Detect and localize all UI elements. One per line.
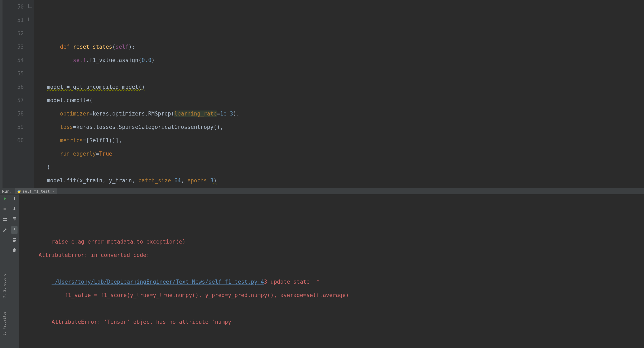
code-line[interactable]: model = get_uncompiled_model() [34, 80, 644, 94]
code-line[interactable]: run_eagerly=True [34, 147, 644, 160]
svg-rect-3 [3, 220, 7, 221]
scroll-to-end-icon[interactable] [11, 226, 18, 234]
svg-rect-0 [4, 208, 6, 210]
line-number-gutter[interactable]: 5051525354555657585960 [2, 0, 34, 188]
code-line[interactable]: self.f1_value.assign(0.0) [34, 54, 644, 67]
down-icon[interactable] [12, 206, 17, 212]
code-line[interactable]: metrics=[SelfF1()], [34, 134, 644, 147]
code-line[interactable]: model.fit(x_train, y_train, batch_size=6… [34, 174, 644, 187]
run-action-bar-2 [10, 194, 19, 348]
print-icon[interactable] [12, 237, 17, 244]
left-tool-strip [0, 0, 2, 188]
code-line[interactable]: optimizer=keras.optimizers.RMSprop(learn… [34, 107, 644, 120]
run-body: raise e.ag_error_metadata.to_exception(e… [0, 194, 644, 348]
code-line[interactable]: loss=keras.losses.SparseCategoricalCross… [34, 120, 644, 134]
pin-icon[interactable] [2, 227, 7, 234]
structure-tool-tab[interactable]: 7: Structure [2, 274, 6, 298]
code-line[interactable]: def reset_states(self): [34, 40, 644, 54]
trash-icon[interactable] [12, 247, 17, 254]
fold-end-icon[interactable] [28, 18, 32, 21]
python-icon [17, 189, 21, 193]
console-line [26, 302, 642, 315]
run-tool-window: Run: self_f1_test × [0, 188, 644, 348]
stop-icon[interactable] [2, 207, 7, 213]
console-line: AttributeError: in converted code: [26, 248, 642, 262]
fold-lane [26, 0, 34, 188]
rerun-icon[interactable] [2, 196, 7, 202]
run-tab[interactable]: self_f1_test × [15, 188, 57, 194]
svg-rect-2 [5, 218, 7, 219]
code-line[interactable] [34, 67, 644, 80]
code-editor[interactable]: def reset_states(self): self.f1_value.as… [34, 0, 644, 188]
run-header: Run: self_f1_test × [0, 188, 644, 194]
run-tab-label: self_f1_test [22, 189, 50, 193]
close-icon[interactable]: × [52, 189, 55, 193]
layout-icon[interactable] [2, 217, 7, 223]
console-line: /Users/tony/Lab/DeepLearningEngineer/Tex… [26, 275, 642, 288]
favorites-tool-tab[interactable]: 2: Favorites [2, 311, 6, 335]
left-tool-tabs: 7: Structure 2: Favorites [0, 260, 3, 348]
console-line [26, 342, 642, 348]
code-line[interactable]: ) [34, 160, 644, 174]
console-line [26, 262, 642, 275]
console-line: f1_value = f1_score(y_true=y_true.numpy(… [26, 288, 642, 302]
fold-end-icon[interactable] [28, 4, 32, 8]
console-output[interactable]: raise e.ag_error_metadata.to_exception(e… [19, 194, 644, 348]
console-line: AttributeError: 'Tensor' object has no a… [26, 315, 642, 328]
svg-rect-1 [3, 218, 4, 219]
editor-pane: 5051525354555657585960 def reset_states(… [0, 0, 644, 188]
run-label: Run: [2, 189, 12, 194]
up-icon[interactable] [12, 196, 17, 202]
console-line [26, 328, 642, 342]
console-line: raise e.ag_error_metadata.to_exception(e… [26, 235, 642, 248]
soft-wrap-icon[interactable] [12, 216, 17, 222]
code-line[interactable]: model.compile( [34, 94, 644, 107]
